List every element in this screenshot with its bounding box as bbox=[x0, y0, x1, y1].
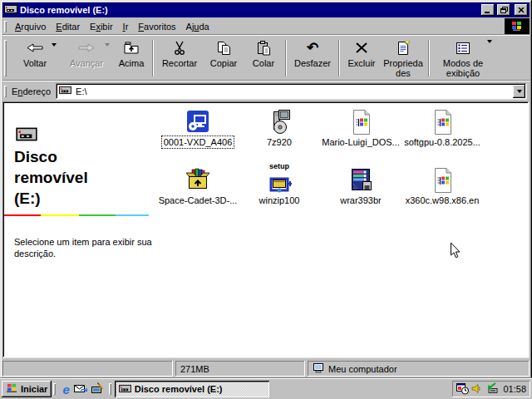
zip-archive-icon bbox=[183, 164, 213, 194]
close-icon bbox=[518, 7, 525, 13]
disk-size-text: 271MB bbox=[180, 364, 209, 374]
copy-icon bbox=[216, 39, 232, 57]
cd-installer-icon bbox=[264, 106, 294, 135]
internet-explorer-icon[interactable]: e bbox=[62, 383, 69, 396]
restore-icon bbox=[500, 7, 508, 14]
toolbar: Voltar Avançar Acima Recortar bbox=[2, 34, 530, 81]
menu-item-editar[interactable]: Editar bbox=[51, 20, 85, 33]
start-label: Iniciar bbox=[21, 384, 47, 394]
status-panel-size: 271MB bbox=[175, 361, 305, 377]
forward-dropdown-arrow[interactable] bbox=[105, 47, 110, 57]
show-desktop-icon[interactable] bbox=[91, 382, 104, 396]
mouse-cursor bbox=[450, 242, 461, 261]
toolbar-button-undo[interactable]: ↶ Desfazer bbox=[289, 36, 336, 81]
task-button-disco-removivel[interactable]: Disco removível (E:) bbox=[115, 381, 269, 397]
file-item[interactable]: Mario-Luigi_DOS... bbox=[320, 106, 401, 164]
file-label[interactable]: softgpu-0.8.2025... bbox=[402, 136, 482, 148]
executable-file-icon bbox=[427, 164, 457, 194]
outlook-express-icon[interactable] bbox=[73, 382, 87, 396]
executable-file-icon bbox=[427, 106, 457, 135]
address-value: E:\ bbox=[76, 86, 86, 96]
toolbar-button-paste[interactable]: Colar bbox=[244, 36, 283, 81]
toolbar-button-delete[interactable]: Excluir bbox=[342, 36, 381, 81]
address-dropdown-button[interactable] bbox=[513, 85, 525, 98]
addressbar-grip[interactable] bbox=[4, 86, 7, 97]
file-label[interactable]: 7z920 bbox=[265, 136, 293, 148]
minimize-button[interactable] bbox=[481, 4, 495, 16]
toolbar-separator bbox=[338, 40, 340, 76]
task-scheduler-icon[interactable] bbox=[456, 382, 469, 397]
menubar-grip[interactable] bbox=[4, 21, 7, 32]
restore-button[interactable] bbox=[497, 4, 510, 16]
views-dropdown-arrow[interactable] bbox=[487, 43, 492, 53]
address-combobox[interactable]: E:\ bbox=[56, 83, 527, 100]
system-tray: 01:58 bbox=[452, 381, 530, 397]
file-label[interactable]: winzip100 bbox=[258, 195, 302, 206]
back-dropdown-arrow[interactable] bbox=[52, 47, 57, 57]
toolbar-button-forward[interactable]: Avançar bbox=[60, 36, 113, 81]
menu-item-favoritos[interactable]: Favoritos bbox=[133, 20, 180, 33]
taskbar-grip[interactable] bbox=[53, 383, 56, 395]
minimize-icon bbox=[485, 7, 491, 13]
properties-icon bbox=[396, 39, 411, 57]
accent-stripe bbox=[4, 214, 149, 216]
status-bar: 271MB Meu computador bbox=[2, 361, 530, 377]
forward-icon bbox=[77, 39, 96, 57]
cut-icon bbox=[172, 39, 187, 57]
winzip-setup-icon: setup bbox=[264, 164, 294, 194]
file-item[interactable]: 0001-VXD_A406 bbox=[157, 106, 239, 164]
task-button-label: Disco removível (E:) bbox=[135, 384, 223, 394]
executable-file-icon bbox=[346, 106, 376, 135]
toolbar-button-properties[interactable]: Propriedades bbox=[381, 36, 426, 81]
undo-icon: ↶ bbox=[307, 39, 318, 57]
removable-drive-icon bbox=[59, 86, 71, 96]
removable-drive-icon bbox=[119, 384, 131, 395]
paste-icon bbox=[256, 39, 272, 57]
address-label: Endereço bbox=[10, 86, 56, 96]
file-item[interactable]: softgpu-0.8.2025... bbox=[401, 106, 483, 164]
toolbar-button-up[interactable]: Acima bbox=[113, 36, 150, 81]
taskbar-grip[interactable] bbox=[109, 383, 111, 395]
chevron-down-icon bbox=[517, 90, 522, 93]
toolbar-button-views[interactable]: Modos deexibição bbox=[432, 36, 494, 81]
file-grid: 0001-VXD_A406 7z920 Mario-Luigi_DOS... s… bbox=[157, 106, 483, 222]
windows-flag-icon bbox=[510, 20, 524, 32]
file-item[interactable]: setup winzip100 bbox=[239, 164, 320, 222]
window-title: Disco removível (E:) bbox=[20, 5, 479, 15]
toolbar-grip[interactable] bbox=[4, 40, 7, 76]
quick-launch: e bbox=[59, 382, 106, 396]
setup-icon-text: setup bbox=[269, 163, 289, 170]
toolbar-button-back[interactable]: Voltar bbox=[10, 36, 60, 81]
file-label[interactable]: Space-Cadet-3D-... bbox=[157, 195, 239, 206]
file-label[interactable]: wrar393br bbox=[338, 195, 383, 206]
file-label[interactable]: x360c.w98.x86.en bbox=[404, 195, 481, 206]
explorer-window: Disco removível (E:) Arquivo Editar Exib… bbox=[0, 0, 532, 379]
windows-logo-throbber bbox=[505, 18, 530, 34]
menu-item-arquivo[interactable]: Arquivo bbox=[10, 20, 51, 33]
close-button[interactable] bbox=[515, 4, 528, 16]
unplug-eject-icon[interactable] bbox=[485, 382, 498, 396]
file-label[interactable]: Mario-Luigi_DOS... bbox=[320, 136, 401, 148]
winrar-icon bbox=[346, 164, 376, 194]
menu-item-ir[interactable]: Ir bbox=[118, 20, 134, 33]
file-item[interactable]: 7z920 bbox=[239, 106, 320, 164]
toolbar-separator bbox=[428, 40, 430, 76]
removable-drive-icon bbox=[4, 4, 17, 16]
address-bar: Endereço E:\ bbox=[2, 80, 530, 101]
toolbar-button-copy[interactable]: Copiar bbox=[203, 36, 244, 81]
file-label[interactable]: 0001-VXD_A406 bbox=[162, 136, 234, 148]
windows-flag-icon bbox=[6, 382, 18, 396]
start-button[interactable]: Iniciar bbox=[2, 381, 52, 397]
menu-item-ajuda[interactable]: Ajuda bbox=[181, 20, 214, 33]
file-item[interactable]: x360c.w98.x86.en bbox=[401, 164, 483, 222]
file-item[interactable]: Space-Cadet-3D-... bbox=[157, 164, 239, 222]
toolbar-button-cut[interactable]: Recortar bbox=[156, 36, 203, 81]
folder-title: Disco removível (E:) bbox=[14, 146, 118, 209]
menu-item-exibir[interactable]: Exibir bbox=[85, 20, 118, 33]
folder-content: Disco removível (E:) Selecione um item p… bbox=[2, 101, 530, 358]
volume-icon[interactable] bbox=[471, 383, 482, 396]
file-item[interactable]: wrar393br bbox=[320, 164, 401, 222]
taskbar-clock[interactable]: 01:58 bbox=[500, 384, 526, 394]
zone-text: Meu computador bbox=[328, 364, 397, 374]
status-panel-zone: Meu computador bbox=[308, 361, 530, 377]
